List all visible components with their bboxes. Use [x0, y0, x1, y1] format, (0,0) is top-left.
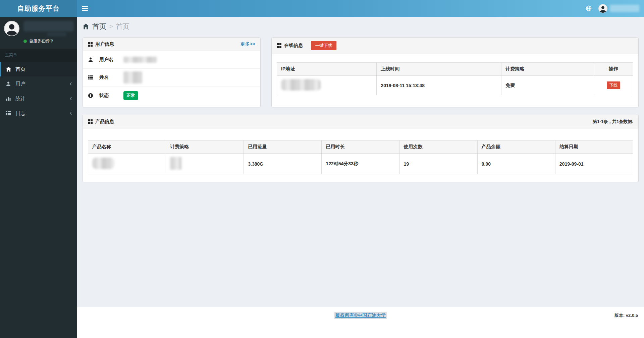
bar-chart-icon: [5, 96, 12, 101]
sidebar-item-statistics[interactable]: 统计: [0, 91, 77, 106]
column-header: IP地址: [277, 63, 377, 76]
table-row: 3.380G 122时54分33秒 19 0.00 2019-09-01: [88, 154, 633, 174]
used-time-cell: 122时54分33秒: [322, 154, 399, 174]
sidebar-item-label: 日志: [15, 110, 25, 117]
sidebar-section-label: 主菜单: [0, 49, 77, 62]
online-status-dot: [23, 40, 27, 43]
home-icon: [5, 66, 12, 72]
user-info-panel-header: 用户信息 更多>>: [83, 38, 260, 51]
used-flow-cell: 3.380G: [244, 154, 322, 174]
sidebar: 自服务在线中 主菜单 首页 用户: [0, 17, 77, 338]
version-label: 版本: v2.0.5: [614, 313, 638, 319]
th-large-icon: [277, 43, 281, 48]
user-info-panel: 用户信息 更多>> 用户名: [83, 37, 261, 107]
top-bar: 自助服务平台: [0, 0, 644, 17]
action-cell: 下线: [594, 76, 633, 95]
online-info-panel-header: 在线信息 一键下线: [272, 38, 638, 54]
table-header-row: 产品名称 计费策略 已用流量 已用时长 使用次数 产品余额 结算日期: [88, 140, 633, 154]
pagination-info: 第1-1条，共1条数据.: [593, 119, 633, 125]
column-header: 结算日期: [555, 140, 633, 154]
user-info-row-username: 用户名: [83, 51, 260, 69]
online-info-panel: 在线信息 一键下线 IP地址 上线时间 计费策略 操作: [271, 37, 639, 107]
offline-button[interactable]: 下线: [607, 81, 620, 89]
online-status: 自服务在线中: [23, 38, 74, 44]
breadcrumb-separator: >: [109, 23, 113, 30]
breadcrumb-root[interactable]: 首页: [92, 22, 106, 31]
online-table: IP地址 上线时间 计费策略 操作: [277, 62, 633, 95]
user-avatar: [598, 4, 607, 13]
settle-date-cell: 2019-09-01: [555, 154, 633, 174]
offline-all-button[interactable]: 一键下线: [311, 41, 336, 50]
chevron-left-icon: [69, 97, 73, 101]
user-icon: [5, 81, 12, 87]
chevron-left-icon: [69, 82, 73, 86]
redacted-navbar-username: [610, 5, 639, 12]
column-header: 上线时间: [377, 63, 501, 76]
chevron-left-icon: [69, 111, 73, 115]
field-label: 姓名: [99, 74, 123, 80]
more-link[interactable]: 更多>>: [240, 41, 255, 47]
strategy-cell: [166, 154, 244, 174]
column-header: 产品余额: [477, 140, 555, 154]
th-large-icon: [88, 119, 93, 124]
panel-title: 用户信息: [95, 41, 114, 47]
sidebar-avatar: [4, 21, 19, 36]
redacted-product-name: [92, 158, 114, 169]
navbar-right: [586, 4, 639, 13]
sidebar-item-home[interactable]: 首页: [0, 62, 77, 76]
status-badge: 正常: [123, 91, 138, 100]
product-info-panel-header: 产品信息 第1-1条，共1条数据.: [83, 115, 638, 128]
breadcrumb: 首页 > 首页: [77, 17, 644, 36]
panel-title: 在线信息: [284, 43, 303, 49]
copyright-link[interactable]: 版权所有©中国石油大学: [334, 312, 387, 319]
footer: 版权所有©中国石油大学 版本: v2.0.5: [77, 307, 644, 338]
sidebar-item-label: 用户: [15, 81, 25, 87]
navbar: [77, 0, 644, 17]
table-header-row: IP地址 上线时间 计费策略 操作: [277, 63, 633, 76]
th-large-icon: [88, 42, 93, 47]
column-header: 使用次数: [399, 140, 477, 154]
sidebar-toggle-icon[interactable]: [82, 6, 88, 11]
redacted-sidebar-username: [23, 21, 74, 32]
list-icon: [88, 75, 95, 80]
sidebar-user-panel: 自服务在线中: [0, 17, 77, 49]
info-circle-icon: [88, 93, 95, 98]
online-status-label: 自服务在线中: [29, 38, 53, 44]
column-header: 已用流量: [244, 140, 322, 154]
app-logo[interactable]: 自助服务平台: [0, 0, 77, 17]
user-info-row-status: 状态 正常: [83, 87, 260, 104]
sidebar-item-label: 首页: [15, 66, 25, 72]
home-icon: [83, 23, 89, 30]
redacted-sidebar-username-2: [47, 32, 66, 36]
sidebar-item-users[interactable]: 用户: [0, 76, 77, 91]
use-count-cell: 19: [399, 154, 477, 174]
navbar-user-menu[interactable]: [598, 4, 639, 13]
balance-cell: 0.00: [477, 154, 555, 174]
product-table: 产品名称 计费策略 已用流量 已用时长 使用次数 产品余额 结算日期: [88, 140, 633, 174]
ip-cell: [277, 76, 377, 95]
redacted-username-value: [123, 57, 157, 63]
column-header: 产品名称: [88, 140, 166, 154]
sidebar-item-logs[interactable]: 日志: [0, 106, 77, 121]
column-header: 计费策略: [501, 63, 594, 76]
product-name-cell: [88, 154, 166, 174]
breadcrumb-current: 首页: [116, 22, 129, 31]
globe-icon[interactable]: [586, 5, 592, 11]
strategy-cell: 免费: [501, 76, 594, 95]
column-header: 计费策略: [166, 140, 244, 154]
field-label: 状态: [99, 93, 123, 99]
panel-title: 产品信息: [95, 119, 114, 125]
column-header: 已用时长: [322, 140, 399, 154]
redacted-name-value: [123, 71, 142, 83]
user-info-row-name: 姓名: [83, 69, 260, 87]
user-icon: [88, 57, 95, 62]
product-info-panel: 产品信息 第1-1条，共1条数据. 产品名称 计费策略 已用流量 已用时长 使用…: [83, 115, 639, 182]
list-icon: [5, 111, 12, 116]
online-time-cell: 2019-08-11 15:13:48: [377, 76, 501, 95]
redacted-strategy: [170, 157, 181, 170]
redacted-ip-value: [281, 79, 321, 91]
table-row: 2019-08-11 15:13:48 免费 下线: [277, 76, 633, 95]
sidebar-item-label: 统计: [15, 96, 25, 102]
column-header: 操作: [594, 63, 633, 76]
field-label: 用户名: [99, 57, 123, 63]
